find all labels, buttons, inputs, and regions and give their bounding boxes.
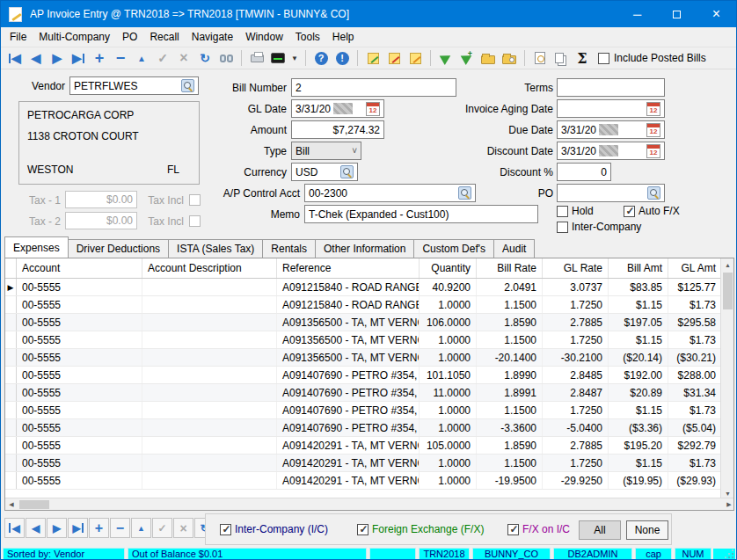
cell-bill-amt[interactable]: $83.85: [609, 279, 668, 295]
cell-account[interactable]: 00-5555: [17, 472, 142, 489]
cell-account[interactable]: 00-5555: [17, 384, 142, 401]
col-gl-rate[interactable]: GL Rate: [543, 258, 609, 278]
row-marker[interactable]: [5, 472, 17, 489]
vertical-scroll-thumb[interactable]: [723, 273, 733, 309]
cell-bill-rate[interactable]: 1.8590: [477, 437, 543, 454]
table-row[interactable]: 00-5555A091407690 - PETRO #354, JO101.10…: [5, 367, 733, 384]
cell-quantity[interactable]: 1.0000: [420, 331, 477, 348]
cell-account-description[interactable]: [142, 349, 277, 366]
menu-recall[interactable]: Recall: [143, 27, 185, 47]
foreign-exchange-checkbox[interactable]: [357, 524, 368, 535]
discount-pct-input[interactable]: 0: [557, 163, 611, 181]
horizontal-scroll-thumb[interactable]: [19, 500, 49, 509]
cell-bill-amt[interactable]: $1.15: [609, 331, 668, 348]
cell-bill-amt[interactable]: $20.89: [609, 384, 668, 401]
monitor-icon[interactable]: [269, 49, 287, 67]
cell-gl-rate[interactable]: 2.8487: [543, 384, 609, 401]
cell-quantity[interactable]: 1.0000: [420, 419, 477, 436]
cell-quantity[interactable]: 1.0000: [420, 296, 477, 313]
copy-icon[interactable]: [552, 49, 570, 67]
invoice-aging-date-input[interactable]: [557, 99, 665, 118]
amount-input[interactable]: $7,274.32: [291, 120, 384, 139]
col-bill-amt[interactable]: Bill Amt: [609, 258, 668, 278]
monitor-dropdown-icon[interactable]: ▼: [290, 49, 299, 67]
cell-gl-amt[interactable]: $1.73: [668, 402, 722, 418]
po-lookup-icon[interactable]: [647, 186, 660, 200]
cell-gl-amt[interactable]: $1.73: [668, 455, 722, 471]
next-record-icon[interactable]: ▶: [48, 49, 66, 67]
cell-bill-rate[interactable]: 1.1500: [477, 331, 543, 348]
goto-add-icon[interactable]: +: [458, 49, 476, 67]
cell-gl-amt[interactable]: $295.58: [668, 314, 722, 331]
cell-quantity[interactable]: 101.1050: [420, 367, 477, 383]
cell-gl-rate[interactable]: 2.8485: [543, 367, 609, 383]
cell-account[interactable]: 00-5555: [17, 402, 142, 418]
table-row[interactable]: 00-5555A091407690 - PETRO #354, JO1.0000…: [5, 402, 733, 419]
cell-account[interactable]: 00-5555: [17, 296, 142, 313]
cell-account-description[interactable]: [142, 279, 277, 295]
menu-tools[interactable]: Tools: [289, 27, 326, 47]
folder-open-icon[interactable]: [479, 49, 497, 67]
cell-quantity[interactable]: 106.0000: [420, 314, 477, 331]
cell-account[interactable]: 00-5555: [17, 331, 142, 348]
currency-lookup-icon[interactable]: [340, 165, 354, 178]
cell-account-description[interactable]: [142, 419, 277, 436]
inter-company-checkbox[interactable]: [557, 222, 568, 233]
cell-gl-rate[interactable]: 2.7885: [543, 437, 609, 454]
scroll-right-icon[interactable]: ▶: [723, 498, 734, 511]
cell-gl-rate[interactable]: 2.7885: [543, 314, 609, 331]
cell-bill-rate[interactable]: 1.1500: [477, 455, 543, 471]
col-reference[interactable]: Reference: [277, 258, 420, 278]
cell-quantity[interactable]: 11.0000: [420, 384, 477, 401]
memo-input[interactable]: T-Chek (Expanded - Cust100): [304, 205, 538, 223]
tab-ista-sales-tax[interactable]: ISTA (Sales Tax): [168, 239, 263, 258]
cell-reference[interactable]: A091420291 - TA, MT VERNON: [277, 472, 420, 489]
cell-account-description[interactable]: [142, 472, 277, 489]
tab-expenses[interactable]: Expenses: [4, 236, 69, 258]
cell-account[interactable]: 00-5555: [17, 349, 142, 366]
table-row[interactable]: 00-5555A091420291 - TA, MT VERNON105.000…: [5, 437, 733, 455]
cell-account[interactable]: 00-5555: [17, 367, 142, 383]
nav-cancel-button[interactable]: ×: [173, 518, 193, 538]
cell-account[interactable]: 00-5555: [17, 419, 142, 436]
preview-icon[interactable]: [531, 49, 549, 67]
cell-reference[interactable]: A091407690 - PETRO #354, JO: [277, 384, 420, 401]
table-row[interactable]: 00-5555A091407690 - PETRO #354, JO1.0000…: [5, 419, 733, 437]
cell-bill-rate[interactable]: 1.8991: [477, 384, 543, 401]
cell-account[interactable]: 00-5555: [17, 455, 142, 471]
tab-custom-defs[interactable]: Custom Def's: [413, 239, 494, 258]
cell-gl-amt[interactable]: ($30.21): [668, 349, 722, 366]
menu-po[interactable]: PO: [116, 27, 143, 47]
row-marker[interactable]: [5, 455, 17, 471]
tax1-input[interactable]: $0.00: [65, 191, 137, 208]
nav-save-button[interactable]: ✓: [152, 518, 172, 538]
cell-gl-amt[interactable]: $31.34: [668, 384, 722, 401]
include-posted-bills-checkbox[interactable]: [598, 53, 609, 64]
cell-bill-rate[interactable]: 1.8590: [477, 314, 543, 331]
cell-account-description[interactable]: [142, 314, 277, 331]
horizontal-scrollbar[interactable]: ◀ ▶: [5, 498, 734, 510]
print-icon[interactable]: [248, 49, 266, 67]
sum-sigma-icon[interactable]: Σ: [573, 49, 591, 67]
tab-other-information[interactable]: Other Information: [315, 239, 414, 258]
cell-gl-rate[interactable]: 1.7250: [543, 296, 609, 313]
cell-account-description[interactable]: [142, 296, 277, 313]
cell-quantity[interactable]: 1.0000: [420, 455, 477, 471]
row-marker[interactable]: [5, 367, 17, 383]
table-row[interactable]: 00-5555A091420291 - TA, MT VERNON1.00001…: [5, 455, 733, 472]
cell-quantity[interactable]: 40.9200: [420, 279, 477, 295]
col-quantity[interactable]: Quantity: [420, 258, 477, 278]
table-row[interactable]: 00-5555A091356500 - TA, MT VERNON1.00001…: [5, 331, 733, 349]
cell-bill-rate[interactable]: -20.1400: [477, 349, 543, 366]
add-record-icon[interactable]: +: [91, 49, 108, 67]
row-marker[interactable]: [5, 349, 17, 366]
cell-gl-amt[interactable]: $125.77: [668, 279, 722, 295]
cell-account-description[interactable]: [142, 367, 277, 383]
note-orange-icon[interactable]: [406, 49, 424, 67]
cell-reference[interactable]: A091356500 - TA, MT VERNON: [277, 331, 420, 348]
cell-bill-rate[interactable]: -3.3600: [477, 419, 543, 436]
goto-icon[interactable]: [437, 49, 455, 67]
cell-bill-rate[interactable]: -19.9500: [477, 472, 543, 489]
nav-add-button[interactable]: +: [89, 518, 109, 538]
table-row[interactable]: 00-5555A091356500 - TA, MT VERNON1.0000-…: [5, 349, 733, 367]
